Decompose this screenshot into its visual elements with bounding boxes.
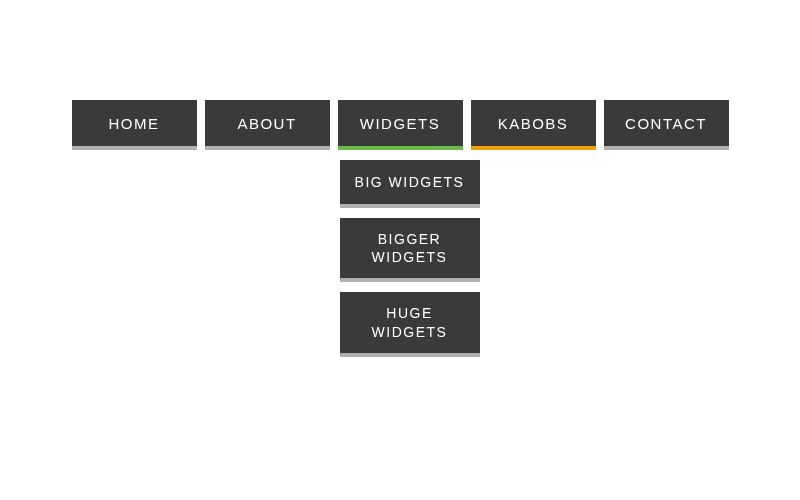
- dropdown-label: BIG WIDGETS: [355, 173, 465, 191]
- main-nav: HOME ABOUT WIDGETS BIG WIDGETS BIGGER WI…: [72, 100, 729, 150]
- nav-item-home: HOME: [72, 100, 197, 150]
- dropdown-label: HUGE WIDGETS: [348, 304, 472, 340]
- nav-button-contact[interactable]: CONTACT: [604, 100, 729, 150]
- nav-label: KABOBS: [498, 115, 569, 132]
- nav-label: HOME: [109, 115, 160, 132]
- nav-label: CONTACT: [625, 115, 707, 132]
- nav-item-contact: CONTACT: [604, 100, 729, 150]
- dropdown-item-bigger-widgets[interactable]: BIGGER WIDGETS: [340, 218, 480, 282]
- nav-button-kabobs[interactable]: KABOBS: [471, 100, 596, 150]
- nav-item-kabobs: KABOBS: [471, 100, 596, 150]
- nav-button-about[interactable]: ABOUT: [205, 100, 330, 150]
- nav-button-widgets[interactable]: WIDGETS: [338, 100, 463, 150]
- dropdown-item-big-widgets[interactable]: BIG WIDGETS: [340, 160, 480, 208]
- nav-container: HOME ABOUT WIDGETS BIG WIDGETS BIGGER WI…: [0, 0, 800, 150]
- nav-label: WIDGETS: [360, 115, 441, 132]
- nav-label: ABOUT: [237, 115, 296, 132]
- dropdown-item-huge-widgets[interactable]: HUGE WIDGETS: [340, 292, 480, 356]
- dropdown-widgets: BIG WIDGETS BIGGER WIDGETS HUGE WIDGETS: [340, 160, 480, 357]
- dropdown-label: BIGGER WIDGETS: [348, 230, 472, 266]
- nav-button-home[interactable]: HOME: [72, 100, 197, 150]
- nav-item-widgets: WIDGETS BIG WIDGETS BIGGER WIDGETS HUGE …: [338, 100, 463, 150]
- nav-item-about: ABOUT: [205, 100, 330, 150]
